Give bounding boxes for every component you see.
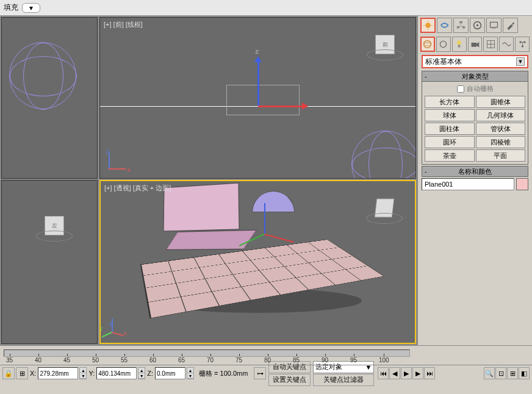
svg-point-0 bbox=[425, 23, 431, 28]
chevron-down-icon: ▼ bbox=[516, 57, 525, 66]
utilities-tab[interactable] bbox=[503, 18, 518, 33]
goto-end-button[interactable]: ⏭ bbox=[424, 367, 435, 379]
fill-label: 填充 bbox=[4, 2, 18, 13]
z-spinner[interactable]: ▲▼ bbox=[187, 367, 194, 379]
viewport-front[interactable]: [+] [前] [线框] 前 z z x bbox=[99, 17, 416, 179]
svg-point-16 bbox=[424, 43, 431, 46]
subcategory-label: 标准基本体 bbox=[425, 57, 462, 67]
cylinder-button[interactable]: 圆柱体 bbox=[425, 123, 475, 135]
top-menu-bar: 填充 ▾ bbox=[0, 0, 532, 16]
key-icon[interactable]: ⊶ bbox=[254, 367, 266, 379]
display-tab[interactable] bbox=[486, 18, 501, 33]
sphere-object[interactable] bbox=[252, 191, 295, 212]
primitive-buttons: 长方体 圆锥体 球体 几何球体 圆柱体 管状体 圆环 四棱锥 茶壶 平面 bbox=[423, 95, 527, 163]
fill-dropdown[interactable]: ▾ bbox=[22, 3, 40, 13]
torus-button[interactable]: 圆环 bbox=[425, 136, 475, 148]
auto-grid-row[interactable]: 自动栅格 bbox=[423, 83, 527, 95]
svg-rect-19 bbox=[458, 45, 460, 47]
key-filter-button[interactable]: 关键点过滤器 bbox=[313, 374, 374, 386]
play-button[interactable]: ▶ bbox=[401, 367, 412, 379]
time-slider-track[interactable] bbox=[4, 349, 410, 357]
selection-lock-icon[interactable]: ⊞ bbox=[16, 367, 28, 379]
viewport-left[interactable]: 左 bbox=[1, 180, 98, 344]
viewport-top[interactable] bbox=[1, 17, 98, 179]
box-outline bbox=[226, 85, 300, 115]
viewcube-persp[interactable] bbox=[366, 193, 403, 224]
x-label: X: bbox=[29, 370, 37, 377]
object-name-input[interactable] bbox=[422, 178, 514, 190]
viewport-label-front[interactable]: [+] [前] [线框] bbox=[104, 20, 143, 29]
perspective-scene bbox=[148, 215, 368, 325]
viewport-label-persp[interactable]: [+] [透视] [真实 + 边面] bbox=[104, 184, 171, 193]
svg-rect-20 bbox=[472, 43, 477, 47]
box-object[interactable] bbox=[163, 182, 239, 231]
viewcube-left[interactable]: 左 bbox=[36, 211, 73, 242]
spacewarps-category[interactable] bbox=[499, 37, 514, 52]
x-coord-input[interactable] bbox=[38, 367, 78, 379]
create-category-row bbox=[418, 35, 532, 54]
svg-point-17 bbox=[440, 41, 447, 47]
y-coord-input[interactable] bbox=[96, 367, 137, 379]
zoom-extents-button[interactable]: ⊞ bbox=[507, 367, 518, 379]
object-color-swatch[interactable] bbox=[516, 178, 528, 190]
create-tab[interactable] bbox=[420, 18, 436, 33]
cone-button[interactable]: 圆锥体 bbox=[476, 96, 526, 108]
shapes-category[interactable] bbox=[436, 37, 451, 52]
object-type-header[interactable]: - 对象类型 bbox=[422, 71, 528, 82]
svg-point-11 bbox=[476, 24, 478, 26]
next-frame-button[interactable]: ▶ bbox=[412, 367, 423, 379]
zoom-button[interactable]: 🔍 bbox=[484, 367, 495, 379]
pyramid-button[interactable]: 四棱锥 bbox=[476, 136, 526, 148]
svg-point-15 bbox=[424, 41, 431, 48]
z-coord-input[interactable] bbox=[155, 367, 185, 379]
name-color-header[interactable]: - 名称和颜色 bbox=[422, 166, 528, 177]
command-panel: 标准基本体 ▼ - 对象类型 自动栅格 长方体 圆锥体 球体 几何球体 圆柱体 … bbox=[417, 16, 532, 345]
geometry-category[interactable] bbox=[420, 37, 435, 52]
y-spinner[interactable]: ▲▼ bbox=[138, 367, 145, 379]
viewport-container: [+] [前] [线框] 前 z z x bbox=[0, 16, 417, 345]
viewport-nav-controls: 🔍 ⊡ ⊞ ◧ bbox=[484, 367, 530, 379]
modify-tab[interactable] bbox=[437, 18, 452, 33]
box-button[interactable]: 长方体 bbox=[425, 96, 475, 108]
z-label: Z: bbox=[146, 370, 154, 377]
svg-rect-7 bbox=[462, 26, 465, 28]
status-bar: 🔒 ⊞ X: ▲▼ Y: ▲▼ Z: ▲▼ 栅格 = 100.0mm ⊶ 自动关… bbox=[0, 365, 532, 381]
tube-button[interactable]: 管状体 bbox=[476, 123, 526, 135]
auto-grid-checkbox[interactable] bbox=[457, 85, 464, 93]
svg-rect-12 bbox=[491, 22, 498, 27]
x-spinner[interactable]: ▲▼ bbox=[79, 367, 87, 379]
lock-icon[interactable]: 🔒 bbox=[2, 367, 15, 379]
plane-button[interactable]: 平面 bbox=[476, 149, 526, 162]
helpers-category[interactable] bbox=[483, 37, 498, 52]
set-key-button[interactable]: 设置关键点 bbox=[268, 374, 311, 386]
cameras-category[interactable] bbox=[468, 37, 483, 52]
systems-category[interactable] bbox=[515, 37, 530, 52]
minus-icon: - bbox=[425, 168, 427, 175]
svg-point-18 bbox=[457, 41, 461, 45]
viewcube-ring[interactable] bbox=[367, 49, 403, 60]
lights-category[interactable] bbox=[452, 37, 467, 52]
prev-frame-button[interactable]: ◀ bbox=[389, 367, 400, 379]
zoom-all-button[interactable]: ⊡ bbox=[495, 367, 506, 379]
viewcube[interactable]: 前 bbox=[367, 30, 403, 60]
geosphere-button[interactable]: 几何球体 bbox=[476, 109, 526, 121]
wireframe-sphere-icon bbox=[9, 42, 76, 109]
svg-rect-6 bbox=[457, 26, 459, 28]
motion-tab[interactable] bbox=[470, 18, 485, 33]
grid-size-label: 栅格 = 100.0mm bbox=[199, 369, 248, 378]
hierarchy-tab[interactable] bbox=[453, 18, 469, 33]
field-of-view-button[interactable]: ◧ bbox=[519, 367, 530, 379]
y-label: Y: bbox=[88, 370, 95, 377]
sphere-button[interactable]: 球体 bbox=[425, 109, 475, 121]
command-panel-tabs bbox=[418, 16, 532, 35]
viewport-perspective[interactable]: [+] [透视] [真实 + 边面] z x bbox=[99, 180, 416, 344]
time-ruler[interactable]: 35 40 45 50 55 60 65 70 75 80 85 90 95 1… bbox=[0, 346, 532, 365]
svg-rect-5 bbox=[459, 21, 462, 23]
goto-start-button[interactable]: ⏮ bbox=[378, 367, 389, 379]
minus-icon: - bbox=[425, 73, 427, 80]
wireframe-sphere-front bbox=[351, 131, 416, 179]
subcategory-dropdown[interactable]: 标准基本体 ▼ bbox=[422, 55, 528, 68]
name-color-row bbox=[422, 178, 528, 190]
teapot-button[interactable]: 茶壶 bbox=[425, 149, 475, 162]
timeline-area: 35 40 45 50 55 60 65 70 75 80 85 90 95 1… bbox=[0, 345, 532, 394]
